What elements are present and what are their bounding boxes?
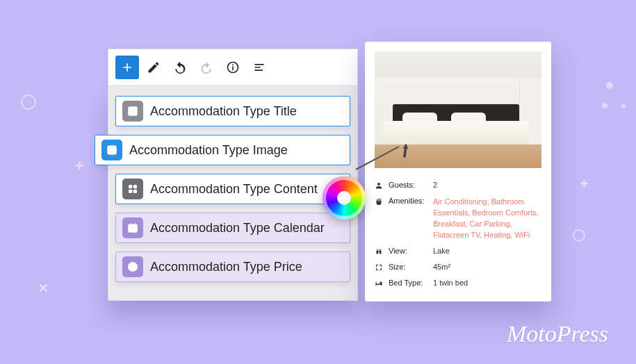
- bed-icon: [375, 279, 383, 288]
- svg-rect-8: [129, 190, 132, 193]
- deco-dot: [602, 103, 608, 108]
- deco-x: ✕: [38, 282, 49, 295]
- block-label: Accommodation Type Image: [129, 143, 288, 158]
- svg-rect-17: [130, 223, 131, 225]
- info-icon: [226, 60, 240, 74]
- grid-icon: [122, 179, 143, 199]
- image-icon: [101, 140, 122, 160]
- outline-icon: [252, 60, 266, 74]
- redo-button[interactable]: [195, 56, 218, 79]
- svg-point-20: [133, 267, 135, 269]
- spec-label: Guests:: [389, 178, 433, 194]
- spec-value: Air Conditioning, Bathroom Essentials, B…: [433, 197, 539, 239]
- plus-icon: [120, 60, 134, 74]
- deco-circle: [573, 229, 585, 242]
- svg-rect-6: [129, 185, 132, 188]
- svg-rect-16: [132, 230, 133, 231]
- svg-rect-1: [232, 66, 234, 70]
- svg-rect-18: [134, 223, 136, 225]
- block-accommodation-price[interactable]: Accommodation Type Price: [115, 251, 350, 282]
- svg-point-19: [131, 265, 132, 266]
- block-accommodation-title[interactable]: Accommodation Type Title: [115, 96, 350, 126]
- spec-value: 2: [433, 178, 541, 194]
- deco-dot: [621, 104, 626, 108]
- spec-label: View:: [389, 244, 433, 260]
- redo-icon: [199, 60, 213, 74]
- deco-dot: [606, 82, 613, 89]
- hand-icon: [375, 197, 383, 206]
- block-label: Accommodation Type Content: [150, 182, 318, 197]
- pencil-square-icon: [122, 101, 143, 122]
- color-wheel-icon: [323, 176, 366, 220]
- block-accommodation-content[interactable]: Accommodation Type Content: [115, 174, 350, 204]
- deco-plus: +: [75, 158, 84, 174]
- block-accommodation-image[interactable]: Accommodation Type Image: [95, 135, 350, 165]
- spec-value: Lake: [433, 244, 541, 260]
- spec-row-size: Size: 45m²: [375, 260, 541, 276]
- block-label: Accommodation Type Title: [150, 104, 297, 119]
- spec-row-amenities: Amenities: Air Conditioning, Bathroom Es…: [375, 194, 541, 244]
- undo-icon: [173, 60, 187, 74]
- spec-row-bedtype: Bed Type: 1 twin bed: [375, 276, 541, 292]
- binoculars-icon: [375, 247, 383, 256]
- block-editor: Accommodation Type Title Accommodation T…: [108, 49, 358, 301]
- block-accommodation-calendar[interactable]: Accommodation Type Calendar: [115, 213, 350, 243]
- deco-plus: +: [580, 176, 589, 192]
- spec-row-view: View: Lake: [375, 244, 541, 260]
- spec-label: Size:: [389, 260, 433, 276]
- user-icon: [375, 181, 383, 190]
- outline-button[interactable]: [247, 56, 271, 79]
- deco-circle: [21, 94, 36, 110]
- badge-percent-icon: [122, 256, 143, 277]
- accommodation-preview-card: Guests: 2 Amenities: Air Conditioning, B…: [365, 42, 551, 301]
- add-block-button[interactable]: [115, 56, 139, 79]
- spec-row-guests: Guests: 2: [375, 178, 541, 194]
- undo-button[interactable]: [168, 56, 192, 79]
- editor-body: Accommodation Type Title Accommodation T…: [108, 86, 358, 301]
- expand-icon: [375, 263, 383, 272]
- svg-rect-15: [130, 230, 131, 231]
- svg-rect-9: [133, 190, 137, 193]
- svg-rect-14: [134, 228, 136, 229]
- edit-button[interactable]: [142, 56, 165, 79]
- spec-label: Bed Type:: [389, 276, 433, 292]
- svg-rect-12: [130, 228, 131, 229]
- svg-rect-2: [232, 64, 234, 65]
- spec-table: Guests: 2 Amenities: Air Conditioning, B…: [375, 178, 541, 292]
- svg-rect-13: [132, 228, 133, 229]
- calendar-icon: [122, 217, 143, 238]
- spec-value: 45m²: [433, 260, 541, 276]
- spec-value: 1 twin bed: [433, 276, 541, 292]
- editor-toolbar: [108, 49, 358, 86]
- spec-label: Amenities:: [389, 194, 433, 244]
- pencil-icon: [147, 60, 161, 74]
- block-label: Accommodation Type Calendar: [150, 221, 325, 235]
- block-label: Accommodation Type Price: [150, 260, 302, 274]
- svg-rect-11: [128, 224, 138, 227]
- svg-rect-4: [107, 145, 117, 155]
- svg-rect-7: [133, 185, 137, 188]
- brand-logo: MotoPress: [507, 321, 608, 347]
- info-button[interactable]: [221, 56, 245, 79]
- svg-point-5: [109, 147, 111, 149]
